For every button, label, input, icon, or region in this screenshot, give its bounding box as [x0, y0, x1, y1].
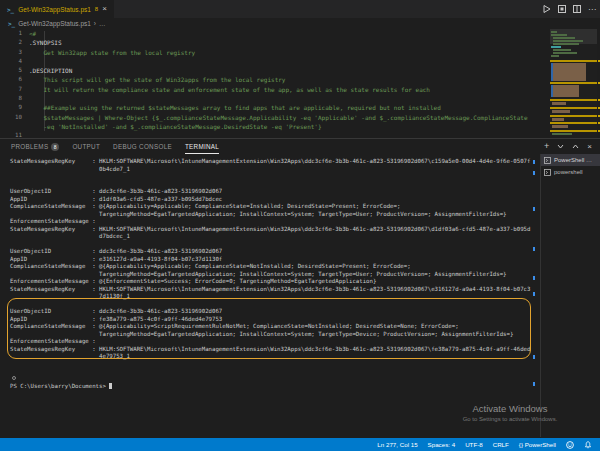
terminal-line: TargetingMethod=EgatTargetedApplication;… — [10, 211, 530, 219]
command-mark — [533, 292, 535, 296]
code-line[interactable]: 6 This script will get the state of Win3… — [0, 75, 600, 84]
panel-tab-label: OUTPUT — [72, 143, 100, 150]
status-item[interactable]: UTF-8 — [465, 441, 483, 448]
editor-actions: ⋯ — [543, 0, 596, 18]
minimap-block — [552, 125, 568, 128]
code-editor[interactable]: 1<#2.SYNOPSIS3 Get Win32app state from t… — [0, 29, 600, 138]
panel-tab-problems[interactable]: PROBLEMS8 — [11, 139, 59, 154]
minimap-block — [551, 55, 559, 57]
code-text: Get Win32app state from the local regist… — [29, 48, 195, 57]
panel-tab-terminal[interactable]: TERMINAL — [185, 139, 219, 154]
breadcrumb-file[interactable]: Get-Win32appStatus.ps1 — [18, 20, 91, 27]
terminal-list-item[interactable]: powershell — [541, 166, 600, 178]
line-number: 8 — [0, 94, 22, 103]
status-item[interactable]: CRLF — [493, 441, 509, 448]
tab-label: Get-Win32appStatus.ps1 — [18, 6, 91, 13]
problems-count-badge: 8 — [51, 143, 59, 151]
terminal-line: ComplianceStateMessage : @{Applicability… — [10, 263, 530, 271]
code-line[interactable]: 3 Get Win32app state from the local regi… — [0, 48, 600, 57]
line-number: 1 — [0, 29, 22, 38]
notifications-bell-icon[interactable] — [584, 441, 592, 449]
chevron-right-icon: › — [94, 20, 96, 27]
breadcrumb[interactable]: >_ Get-Win32appStatus.ps1 › … — [0, 18, 600, 29]
code-line[interactable]: 8 — [0, 94, 600, 103]
open-changes-button[interactable] — [558, 5, 566, 13]
maximize-panel-button[interactable] — [572, 144, 579, 149]
line-number: 9 — [0, 103, 22, 112]
panel-tab-debug-console[interactable]: DEBUG CONSOLE — [113, 139, 172, 154]
terminal-line — [10, 241, 530, 249]
code-text: It will return the compliance state and … — [29, 85, 430, 94]
more-actions-button[interactable]: ⋯ — [588, 5, 596, 14]
terminal-list-item[interactable]: PowerShell … — [541, 154, 600, 166]
terminal-icon — [544, 169, 551, 176]
powershell-file-icon: >_ — [8, 20, 15, 27]
minimap-block — [550, 60, 597, 62]
terminal-line: EnforcementStateMessage : @{EnforcementS… — [10, 278, 530, 286]
close-panel-button[interactable]: × — [587, 143, 592, 151]
status-item[interactable]: {} PowerShell — [519, 441, 556, 448]
command-mark — [533, 247, 535, 251]
code-line[interactable]: 4 — [0, 57, 600, 66]
new-terminal-button[interactable]: + — [544, 142, 549, 151]
split-editor-button[interactable] — [573, 5, 581, 13]
terminal-output[interactable]: StateMessagesRegKey : HKLM:SOFTWARE\Micr… — [0, 154, 538, 437]
terminal-item-label: PowerShell … — [554, 157, 592, 163]
terminal-line: EnforcementStateMessage : — [10, 218, 530, 226]
feedback-smiley-icon[interactable] — [566, 441, 574, 449]
terminal-line: UserObjectID : ddc3cf6e-3b3b-461c-a823-5… — [10, 248, 530, 256]
minimap-block — [550, 122, 597, 124]
line-number: 7 — [0, 85, 22, 94]
panel-actions: + × — [544, 139, 592, 154]
minimap-block — [550, 107, 597, 109]
code-lines: 1<#2.SYNOPSIS3 Get Win32app state from t… — [0, 29, 600, 141]
code-text: <# — [29, 29, 36, 38]
minimap-block — [550, 82, 597, 84]
command-mark — [533, 276, 535, 280]
minimap-block — [552, 118, 564, 121]
minimap-block — [552, 102, 566, 105]
terminal-line: AppID : d1df03a6-cfd5-487e-a337-b095dd7b… — [10, 196, 530, 204]
minimap[interactable] — [550, 29, 597, 138]
line-number: 5 — [0, 66, 22, 75]
minimap-block — [553, 49, 571, 51]
terminal-item-label: powershell — [554, 169, 583, 175]
code-line[interactable]: 10 $stateMessages | Where-Object {$_.com… — [0, 113, 600, 122]
code-line[interactable]: -eq 'NotInstalled' -and $_.complianceSta… — [0, 122, 600, 131]
minimap-block — [550, 115, 597, 117]
terminal-line: TargetingMethod=EgatTargetedApplication;… — [10, 271, 530, 279]
panel-tab-label: TERMINAL — [185, 143, 219, 150]
terminal-line: 0b4cde7_1 — [10, 166, 530, 174]
code-line[interactable]: 7 It will return the compliance state an… — [0, 85, 600, 94]
code-line[interactable]: 9 ##Example using the returned $stateMes… — [0, 103, 600, 112]
highlight-annotation-box — [7, 298, 531, 359]
terminal-line: StateMessagesRegKey : HKLM:SOFTWARE\Micr… — [10, 158, 530, 166]
line-number: 6 — [0, 75, 22, 84]
code-line[interactable]: 1<# — [0, 29, 600, 38]
terminal-line: UserObjectID : ddc3cf6e-3b3b-461c-a823-5… — [10, 188, 530, 196]
code-line[interactable]: 2.SYNOPSIS — [0, 38, 600, 47]
panel-tab-output[interactable]: OUTPUT — [72, 139, 100, 154]
line-number: 10 — [0, 113, 22, 122]
tab-get-win32appstatus[interactable]: >_ Get-Win32appStatus.ps1 8 × — [0, 0, 115, 18]
breadcrumb-symbol[interactable]: … — [99, 20, 106, 27]
terminal-line — [10, 368, 530, 376]
minimap-block — [550, 99, 597, 101]
terminal-line: AppID : e316127d-a9a4-4193-8f04-b07c37d1… — [10, 256, 530, 264]
code-text: $stateMessages | Where-Object {$_.compli… — [29, 113, 528, 122]
terminal-dropdown-button[interactable] — [557, 144, 564, 149]
panel-tab-label: DEBUG CONSOLE — [113, 143, 172, 150]
code-text: .DESCRIPTION — [29, 66, 72, 75]
command-decoration-icon[interactable] — [12, 376, 16, 380]
minimap-block — [551, 34, 567, 36]
status-item[interactable]: Ln 277, Col 15 — [377, 441, 417, 448]
code-line[interactable]: 5.DESCRIPTION — [0, 66, 600, 75]
line-number: 3 — [0, 48, 22, 57]
terminal-line — [10, 361, 530, 369]
terminal-tabs-list: PowerShell …powershell — [540, 154, 600, 437]
run-button[interactable] — [543, 5, 551, 13]
status-item[interactable]: Spaces: 4 — [428, 441, 456, 448]
terminal-icon — [544, 157, 551, 164]
terminal-prompt[interactable]: PS C:\Users\barry\Documents> — [10, 383, 112, 391]
close-icon[interactable]: × — [102, 5, 107, 13]
